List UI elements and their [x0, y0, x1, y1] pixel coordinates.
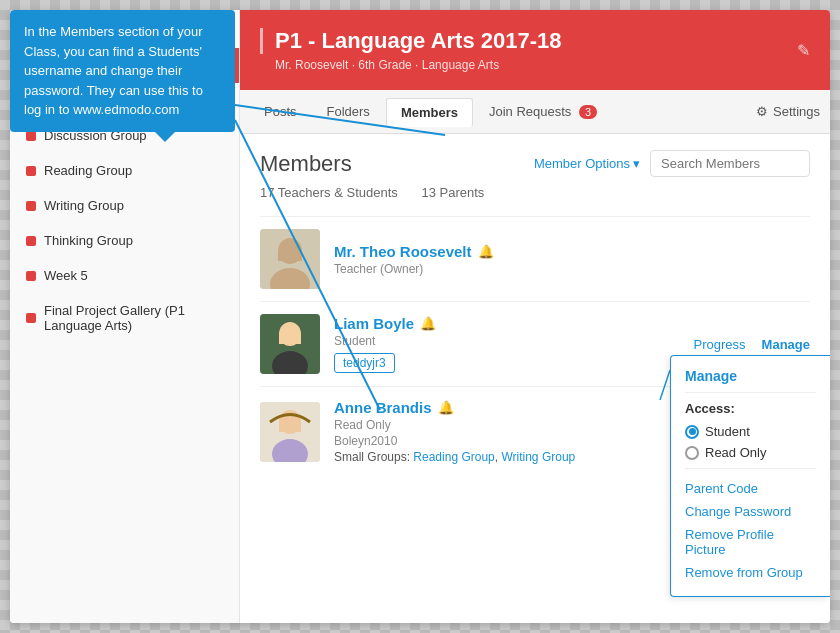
member-info: Liam Boyle 🔔 Student teddyjr3: [334, 315, 694, 373]
dot-icon: [26, 166, 36, 176]
member-options-button[interactable]: Member Options ▾: [534, 156, 640, 171]
search-members-input[interactable]: [650, 150, 810, 177]
bell-icon: 🔔: [420, 316, 436, 331]
reading-group-link[interactable]: Reading Group: [413, 450, 494, 464]
tab-folders[interactable]: Folders: [313, 98, 384, 125]
table-row: Mr. Theo Roosevelt 🔔 Teacher (Owner): [260, 216, 810, 301]
member-role: Student: [334, 334, 694, 348]
bell-icon: 🔔: [478, 244, 494, 259]
settings-icon: ⚙: [756, 104, 768, 119]
writing-group-link[interactable]: Writing Group: [501, 450, 575, 464]
sidebar-item-reading[interactable]: Reading Group: [10, 153, 239, 188]
avatar: [260, 402, 320, 462]
radio-student[interactable]: Student: [685, 424, 816, 439]
sidebar-item-thinking[interactable]: Thinking Group: [10, 223, 239, 258]
sidebar-item-gallery[interactable]: Final Project Gallery (P1 Language Arts): [10, 293, 239, 343]
member-role: Teacher (Owner): [334, 262, 810, 276]
progress-link[interactable]: Progress: [694, 337, 746, 352]
member-name: Mr. Theo Roosevelt 🔔: [334, 243, 810, 260]
class-subtitle: Mr. Roosevelt · 6th Grade · Language Art…: [260, 58, 797, 72]
parents-count: 13 Parents: [421, 185, 484, 200]
bell-icon: 🔔: [438, 400, 454, 415]
page-title: Members: [260, 151, 352, 177]
svg-rect-7: [279, 334, 301, 344]
sidebar-item-week5[interactable]: Week 5: [10, 258, 239, 293]
tab-members[interactable]: Members: [386, 98, 473, 127]
tab-posts[interactable]: Posts: [250, 98, 311, 125]
radio-student-circle: [685, 425, 699, 439]
manage-panel: Manage Access: Student Read Only Parent …: [670, 355, 830, 597]
member-count: 17 Teachers & Students 13 Parents: [260, 185, 810, 200]
sidebar-item-writing[interactable]: Writing Group: [10, 188, 239, 223]
radio-read-only[interactable]: Read Only: [685, 445, 816, 460]
class-title: P1 - Language Arts 2017-18: [260, 28, 797, 54]
remove-from-group-link[interactable]: Remove from Group: [685, 561, 816, 584]
member-username: teddyjr3: [334, 353, 395, 373]
access-label: Access:: [685, 401, 816, 416]
tab-settings[interactable]: ⚙ Settings: [756, 104, 820, 119]
class-header: P1 - Language Arts 2017-18 Mr. Roosevelt…: [240, 10, 830, 90]
tab-join-requests[interactable]: Join Requests 3: [475, 98, 611, 125]
avatar: [260, 314, 320, 374]
parent-code-link[interactable]: Parent Code: [685, 477, 816, 500]
svg-rect-11: [279, 422, 301, 432]
member-name: Liam Boyle 🔔: [334, 315, 694, 332]
divider: [685, 468, 816, 469]
radio-read-only-circle: [685, 446, 699, 460]
remove-profile-picture-link[interactable]: Remove Profile Picture: [685, 523, 816, 561]
manage-link[interactable]: Manage: [762, 337, 810, 352]
change-password-link[interactable]: Change Password: [685, 500, 816, 523]
svg-rect-3: [278, 251, 302, 261]
dot-icon: [26, 201, 36, 211]
chevron-down-icon: ▾: [633, 156, 640, 171]
dot-icon: [26, 236, 36, 246]
member-info: Mr. Theo Roosevelt 🔔 Teacher (Owner): [334, 243, 810, 276]
nav-tabs: Posts Folders Members Join Requests 3 ⚙ …: [240, 90, 830, 134]
teachers-students-count: 17 Teachers & Students: [260, 185, 398, 200]
join-requests-badge: 3: [579, 105, 597, 119]
manage-panel-title: Manage: [685, 368, 816, 393]
dot-icon: [26, 271, 36, 281]
edit-icon[interactable]: ✎: [797, 41, 810, 60]
tooltip: In the Members section of your Class, yo…: [10, 10, 235, 132]
dot-icon: [26, 131, 36, 141]
avatar: [260, 229, 320, 289]
dot-icon: [26, 313, 36, 323]
